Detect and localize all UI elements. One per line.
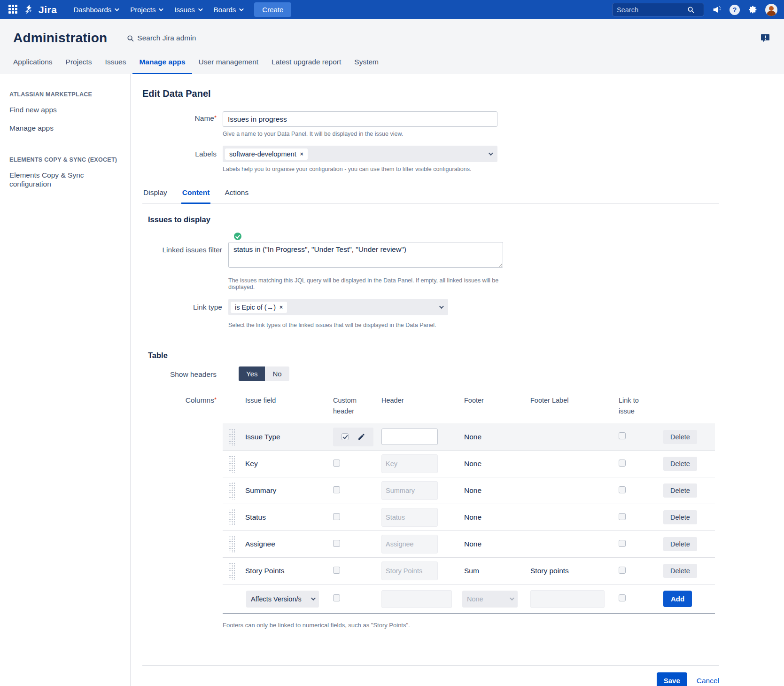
issue-field-select[interactable]: Affects Version/s (246, 591, 319, 608)
custom-header-checkbox[interactable] (333, 594, 340, 601)
link-to-issue-checkbox[interactable] (619, 486, 626, 493)
remove-link-type-icon[interactable]: × (279, 304, 283, 311)
custom-header-checkbox[interactable] (342, 433, 349, 440)
drag-handle-icon[interactable] (228, 508, 235, 526)
columns-table-header: Issue field Custom header Header Footer … (223, 395, 715, 423)
label-chip: software-development × (225, 148, 308, 160)
tab-display[interactable]: Display (142, 188, 168, 204)
link-to-issue-checkbox[interactable] (619, 540, 626, 547)
nav-dashboards[interactable]: Dashboards (67, 0, 124, 19)
link-to-issue-checkbox[interactable] (619, 432, 626, 439)
custom-header-checkbox[interactable] (333, 567, 340, 574)
new-footer-label-input[interactable] (530, 590, 605, 608)
nav-dashboards-label: Dashboards (73, 6, 111, 14)
delete-button[interactable]: Delete (663, 430, 697, 444)
remove-label-icon[interactable]: × (300, 151, 303, 157)
link-to-issue-checkbox[interactable] (619, 567, 626, 574)
delete-button[interactable]: Delete (663, 483, 697, 498)
search-jira-admin-label: Search Jira admin (137, 34, 196, 42)
create-button[interactable]: Create (254, 2, 291, 17)
drag-handle-icon[interactable] (228, 535, 235, 553)
tab-content[interactable]: Content (181, 188, 211, 204)
show-headers-no-button[interactable]: No (265, 366, 289, 381)
jira-logo[interactable]: Jira (23, 4, 57, 16)
nav-issues[interactable]: Issues (168, 0, 207, 19)
col-header-custom-header: Custom header (333, 395, 362, 417)
sidebar-item-manage-apps[interactable]: Manage apps (9, 124, 121, 133)
custom-header-checkbox[interactable] (333, 486, 340, 493)
link-to-issue-checkbox[interactable] (619, 513, 626, 520)
tab-issues[interactable]: Issues (99, 58, 133, 74)
delete-button[interactable]: Delete (663, 510, 697, 524)
edit-pencil-icon[interactable] (357, 433, 365, 441)
issue-field-name: Story Points (241, 567, 333, 575)
footer-select-value: None (467, 595, 483, 603)
app-switcher-icon[interactable] (8, 5, 19, 15)
tab-user-management[interactable]: User management (192, 58, 265, 74)
form-actions: Save Cancel (142, 665, 719, 686)
tab-applications[interactable]: Applications (13, 58, 59, 74)
jql-filter-textarea[interactable]: status in ("In Progress", "Under Test", … (228, 242, 503, 268)
global-search-input[interactable] (617, 6, 687, 14)
custom-header-checkbox[interactable] (333, 460, 340, 467)
add-column-button[interactable]: Add (663, 591, 692, 607)
nav-boards[interactable]: Boards (208, 0, 249, 19)
tab-manage-apps[interactable]: Manage apps (132, 58, 192, 74)
issue-field-select-value: Affects Version/s (251, 595, 302, 603)
table-row: Assignee None Delete (223, 530, 715, 557)
sidebar-item-exocet-configuration[interactable]: Elements Copy & Sync configuration (9, 171, 89, 189)
footer-value: None (460, 460, 528, 468)
global-search[interactable] (612, 3, 704, 16)
show-headers-toggle: Yes No (239, 366, 289, 381)
tab-projects[interactable]: Projects (59, 58, 99, 74)
help-icon[interactable]: ? (730, 5, 740, 15)
save-button[interactable]: Save (657, 672, 687, 686)
tab-actions[interactable]: Actions (224, 188, 249, 204)
chevron-down-icon (489, 151, 493, 156)
labels-select[interactable]: software-development × (223, 146, 497, 162)
settings-gear-icon[interactable] (747, 5, 758, 15)
jira-brand-name: Jira (39, 4, 57, 16)
header-text-input (381, 535, 438, 553)
search-jira-admin[interactable]: Search Jira admin (127, 34, 196, 42)
feedback-bubble-icon[interactable] (760, 32, 771, 44)
tab-latest-upgrade-report[interactable]: Latest upgrade report (265, 58, 348, 74)
nav-projects-label: Projects (130, 6, 155, 14)
nav-projects[interactable]: Projects (124, 0, 168, 19)
drag-handle-icon[interactable] (228, 562, 235, 580)
link-to-issue-checkbox[interactable] (619, 594, 626, 601)
footer-select[interactable]: None (462, 591, 518, 608)
drag-handle-icon[interactable] (228, 428, 235, 446)
sidebar-item-find-new-apps[interactable]: Find new apps (9, 105, 121, 114)
issue-field-name: Summary (241, 486, 333, 495)
header-text-input[interactable] (381, 429, 438, 445)
chevron-down-icon (439, 304, 444, 309)
announcements-icon[interactable] (712, 5, 722, 15)
show-headers-yes-button[interactable]: Yes (239, 366, 265, 381)
custom-header-checkbox[interactable] (333, 513, 340, 520)
drag-handle-icon[interactable] (228, 482, 235, 499)
user-avatar[interactable] (765, 4, 777, 16)
delete-button[interactable]: Delete (663, 537, 697, 551)
table-row: Issue Type None Delete (223, 423, 715, 450)
link-to-issue-checkbox[interactable] (619, 460, 626, 467)
new-header-input[interactable] (381, 590, 452, 608)
table-row: Story Points Sum Story points Delete (223, 557, 715, 584)
label-chip-text: software-development (229, 150, 296, 158)
columns-label: Columns* (142, 395, 223, 629)
custom-header-checkbox[interactable] (333, 540, 340, 547)
issues-to-display-heading: Issues to display (148, 215, 784, 224)
col-header-link-to-issue: Link to issue (615, 395, 639, 417)
drag-handle-icon[interactable] (228, 455, 235, 473)
labels-help-text: Labels help you to organise your configu… (223, 166, 497, 172)
delete-button[interactable]: Delete (663, 457, 697, 471)
cancel-link[interactable]: Cancel (697, 677, 719, 685)
tab-system[interactable]: System (348, 58, 385, 74)
link-type-select[interactable]: is Epic of (→) × (228, 299, 448, 315)
search-icon (687, 6, 694, 13)
required-asterisk: * (214, 396, 217, 403)
chevron-down-icon (159, 7, 163, 11)
footers-footnote: Footers can only be linked to numerical … (223, 622, 715, 629)
name-input[interactable] (223, 111, 497, 127)
delete-button[interactable]: Delete (663, 564, 697, 578)
